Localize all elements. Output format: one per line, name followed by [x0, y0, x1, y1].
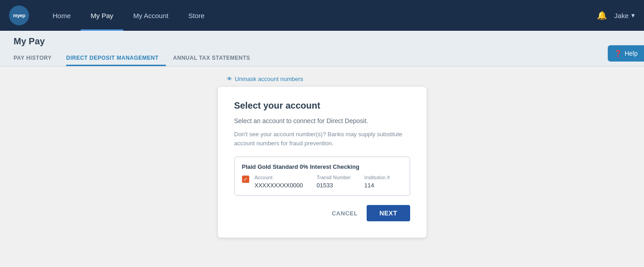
nav-mypay[interactable]: My Pay [81, 0, 123, 31]
cancel-button[interactable]: CANCEL [332, 210, 358, 217]
top-nav: myep Home My Pay My Account Store 🔔 Jake… [0, 0, 644, 31]
chevron-down-icon: ▾ [631, 11, 635, 19]
institution-number-field: Institution # 114 [364, 175, 390, 189]
next-button[interactable]: NEXT [367, 205, 410, 221]
nav-myaccount[interactable]: My Account [123, 0, 179, 31]
logo-area[interactable]: myep [9, 5, 29, 25]
nav-right: 🔔 Jake ▾ [597, 10, 635, 20]
main-content: ❓ Help 👁 Unmask account numbers Select y… [0, 67, 644, 267]
transit-number-field: Transit Number 01533 [316, 175, 350, 189]
account-fields: Account XXXXXXXXX0000 Transit Number 015… [255, 175, 402, 189]
subheader: My Pay PAY HISTORY DIRECT DEPOSIT MANAGE… [0, 31, 644, 67]
nav-links: Home My Pay My Account Store [43, 0, 597, 31]
card-subtitle: Select an account to connect for Direct … [234, 117, 410, 124]
institution-number-value: 114 [364, 182, 374, 189]
help-icon: ❓ [614, 50, 622, 57]
user-menu[interactable]: Jake ▾ [614, 11, 635, 19]
eye-icon: 👁 [227, 76, 232, 82]
unmask-label: Unmask account numbers [235, 76, 303, 82]
transit-number-value: 01533 [316, 182, 333, 189]
tab-pay-history[interactable]: PAY HISTORY [14, 51, 59, 66]
page-title: My Pay [14, 36, 630, 47]
card-notice: Don't see your account number(s)? Banks … [234, 130, 410, 148]
help-label: Help [625, 50, 638, 57]
transit-number-label: Transit Number [316, 175, 350, 180]
account-details: Account XXXXXXXXX0000 Transit Number 015… [255, 175, 402, 189]
account-number-field: Account XXXXXXXXX0000 [255, 175, 303, 189]
account-option[interactable]: Plaid Gold Standard 0% Interest Checking… [234, 157, 410, 196]
sub-tabs: PAY HISTORY DIRECT DEPOSIT MANAGEMENT AN… [14, 51, 630, 66]
tab-direct-deposit[interactable]: DIRECT DEPOSIT MANAGEMENT [66, 51, 166, 66]
account-option-row: ✓ Account XXXXXXXXX0000 Transit Number 0… [242, 175, 402, 189]
nav-home[interactable]: Home [43, 0, 81, 31]
checkbox-checked-icon: ✓ [242, 176, 249, 183]
account-number-label: Account [255, 175, 303, 180]
notification-bell-icon[interactable]: 🔔 [597, 10, 607, 20]
nav-store[interactable]: Store [179, 0, 215, 31]
institution-number-label: Institution # [364, 175, 390, 180]
account-name: Plaid Gold Standard 0% Interest Checking [242, 163, 402, 170]
select-account-card: Select your account Select an account to… [218, 87, 426, 238]
tab-annual-tax[interactable]: ANNUAL TAX STATEMENTS [173, 51, 257, 66]
account-checkbox[interactable]: ✓ [242, 176, 249, 183]
card-actions: CANCEL NEXT [234, 205, 410, 221]
account-number-value: XXXXXXXXX0000 [255, 182, 303, 189]
help-button[interactable]: ❓ Help [608, 45, 644, 62]
user-name: Jake [614, 12, 629, 19]
logo-icon: myep [9, 5, 29, 25]
unmask-link[interactable]: 👁 Unmask account numbers [227, 76, 630, 82]
card-title: Select your account [234, 100, 410, 111]
